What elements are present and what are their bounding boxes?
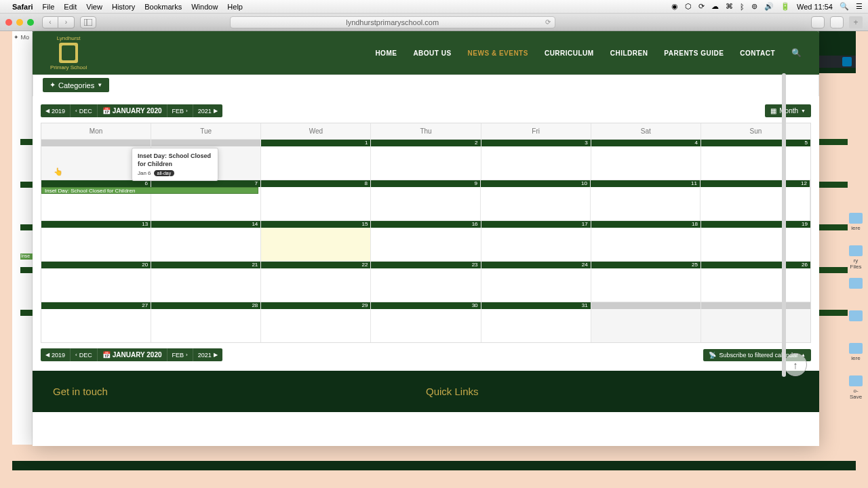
sync-icon[interactable]: ⟳ bbox=[698, 2, 705, 11]
current-month-label[interactable]: 📅JANUARY 2020 bbox=[98, 104, 167, 117]
desktop-folder[interactable] bbox=[848, 310, 864, 323]
address-bar[interactable]: lyndhurstprimaryschool.com ⟳ bbox=[230, 16, 555, 28]
search-icon[interactable]: 🔍 bbox=[791, 48, 802, 58]
categories-dropdown[interactable]: ✦ Categories ▼ bbox=[43, 78, 109, 92]
sidebar-toggle-button[interactable] bbox=[80, 16, 96, 28]
maximize-window-button[interactable] bbox=[27, 19, 34, 26]
wp-search-icon[interactable] bbox=[842, 57, 852, 66]
minimize-window-button[interactable] bbox=[16, 19, 23, 26]
scrollbar[interactable] bbox=[782, 73, 786, 377]
hook-icon[interactable]: ⌘ bbox=[726, 2, 733, 11]
calendar-cell[interactable]: 31 bbox=[481, 302, 591, 342]
menubar-view[interactable]: View bbox=[86, 3, 102, 11]
calendar-cell[interactable]: 7 bbox=[151, 180, 261, 220]
menubar-edit[interactable]: Edit bbox=[64, 3, 77, 11]
record-icon[interactable]: ◉ bbox=[671, 2, 678, 11]
calendar-cell[interactable]: 30 bbox=[371, 302, 481, 342]
calendar-cell[interactable]: 12 bbox=[701, 180, 810, 220]
tabs-button[interactable] bbox=[830, 16, 844, 28]
new-tab-button[interactable]: + bbox=[849, 16, 863, 28]
calendar-cell[interactable]: 15 bbox=[261, 220, 371, 261]
nav-about-us[interactable]: ABOUT US bbox=[413, 49, 451, 57]
calendar-cell[interactable]: 10 bbox=[481, 180, 591, 220]
calendar-cell[interactable]: 11 bbox=[591, 180, 701, 220]
current-month-label-b[interactable]: 📅JANUARY 2020 bbox=[98, 348, 167, 361]
prev-year-button-b[interactable]: ◀2019 bbox=[41, 348, 71, 361]
calendar-cell[interactable]: 24 bbox=[481, 261, 591, 302]
calendar-cell[interactable]: 9 bbox=[371, 180, 481, 220]
date-number: 1 bbox=[261, 140, 370, 146]
calendar-cell[interactable]: 17 bbox=[481, 220, 591, 261]
next-year-button[interactable]: 2021▶ bbox=[193, 104, 222, 117]
nav-children[interactable]: CHILDREN bbox=[610, 49, 648, 57]
next-month-button[interactable]: FEB› bbox=[167, 104, 193, 117]
next-month-button-b[interactable]: FEB› bbox=[167, 348, 193, 361]
menubar-app[interactable]: Safari bbox=[12, 3, 33, 11]
menubar-window[interactable]: Window bbox=[191, 3, 218, 11]
calendar-cell[interactable]: 25 bbox=[591, 261, 701, 302]
desktop-folder[interactable] bbox=[848, 278, 864, 290]
close-window-button[interactable] bbox=[5, 19, 12, 26]
calendar-cell[interactable]: 14 bbox=[151, 220, 261, 261]
desktop-folder[interactable]: o-Save bbox=[848, 375, 864, 400]
view-switcher[interactable]: ▦ Month ▼ bbox=[765, 104, 811, 117]
notification-icon[interactable]: ☰ bbox=[856, 2, 863, 11]
forward-button[interactable]: › bbox=[58, 16, 75, 28]
desktop-folder[interactable]: iere bbox=[848, 213, 864, 231]
share-button[interactable] bbox=[811, 16, 825, 28]
calendar-cell[interactable]: 2 bbox=[371, 139, 481, 180]
volume-icon[interactable]: 🔊 bbox=[764, 2, 774, 11]
desktop-folder[interactable]: iere bbox=[848, 343, 864, 361]
calendar-cell[interactable]: 4 bbox=[591, 139, 701, 180]
calendar-cell[interactable]: 27 bbox=[41, 302, 151, 342]
nav-parents-guide[interactable]: PARENTS GUIDE bbox=[664, 49, 724, 57]
calendar-cell[interactable]: 6 bbox=[41, 180, 151, 220]
calendar-cell[interactable]: 18 bbox=[591, 220, 701, 261]
event-bar[interactable]: Inset Day: School Closed for Children bbox=[41, 187, 258, 194]
dropbox-icon[interactable]: ⬡ bbox=[685, 2, 692, 11]
calendar-cell[interactable]: 5 bbox=[701, 139, 810, 180]
menubar-bookmarks[interactable]: Bookmarks bbox=[144, 3, 182, 11]
folder-icon bbox=[849, 375, 863, 386]
calendar-cell[interactable]: 3 bbox=[481, 139, 591, 180]
calendar-cell[interactable]: 23 bbox=[371, 261, 481, 302]
menubar-help[interactable]: Help bbox=[227, 3, 243, 11]
nav-news-events[interactable]: NEWS & EVENTS bbox=[468, 49, 528, 57]
calendar-cell[interactable]: 26 bbox=[701, 261, 810, 302]
calendar-cell[interactable]: 28 bbox=[151, 302, 261, 342]
calendar-cell[interactable]: 21 bbox=[151, 261, 261, 302]
wifi-icon[interactable]: ⊚ bbox=[751, 2, 757, 11]
scroll-to-top-button[interactable]: ↑ bbox=[784, 353, 807, 376]
day-header: Wed bbox=[261, 123, 371, 139]
date-number: 12 bbox=[701, 180, 810, 187]
month-toolbar-top: ◀2019 ‹DEC 📅JANUARY 2020 FEB› 2021▶ ▦ Mo… bbox=[41, 104, 811, 117]
calendar-cell[interactable]: 13 bbox=[41, 220, 151, 261]
calendar-cell[interactable] bbox=[701, 302, 810, 342]
battery-icon[interactable]: 🔋 bbox=[781, 2, 790, 11]
nav-home[interactable]: HOME bbox=[375, 49, 397, 57]
prev-year-button[interactable]: ◀2019 bbox=[41, 104, 71, 117]
back-button[interactable]: ‹ bbox=[42, 16, 58, 28]
site-logo[interactable]: Lyndhurst Primary School bbox=[50, 35, 87, 70]
calendar-cell[interactable]: 1 bbox=[261, 139, 371, 180]
nav-curriculum[interactable]: CURRICULUM bbox=[545, 49, 594, 57]
spotlight-icon[interactable]: 🔍 bbox=[840, 2, 849, 11]
menubar-file[interactable]: File bbox=[43, 3, 55, 11]
calendar-cell[interactable]: 20 bbox=[41, 261, 151, 302]
calendar-cell[interactable]: 19 bbox=[701, 220, 810, 261]
bluetooth-icon[interactable]: ᛒ bbox=[740, 3, 745, 11]
calendar-cell[interactable] bbox=[591, 302, 701, 342]
calendar-cell[interactable]: 16 bbox=[371, 220, 481, 261]
calendar-cell[interactable]: 8 bbox=[261, 180, 371, 220]
reload-icon[interactable]: ⟳ bbox=[545, 18, 551, 26]
nav-contact[interactable]: CONTACT bbox=[740, 49, 775, 57]
prev-month-button-b[interactable]: ‹DEC bbox=[71, 348, 98, 361]
prev-month-button[interactable]: ‹DEC bbox=[71, 104, 98, 117]
calendar-cell[interactable]: 29 bbox=[261, 302, 371, 342]
next-year-button-b[interactable]: 2021▶ bbox=[193, 348, 222, 361]
menubar-history[interactable]: History bbox=[112, 3, 135, 11]
calendar-cell[interactable]: 22 bbox=[261, 261, 371, 302]
clock[interactable]: Wed 11:54 bbox=[797, 3, 833, 11]
desktop-folder[interactable]: ry Files bbox=[848, 245, 864, 270]
cloud-icon[interactable]: ☁ bbox=[711, 2, 719, 11]
